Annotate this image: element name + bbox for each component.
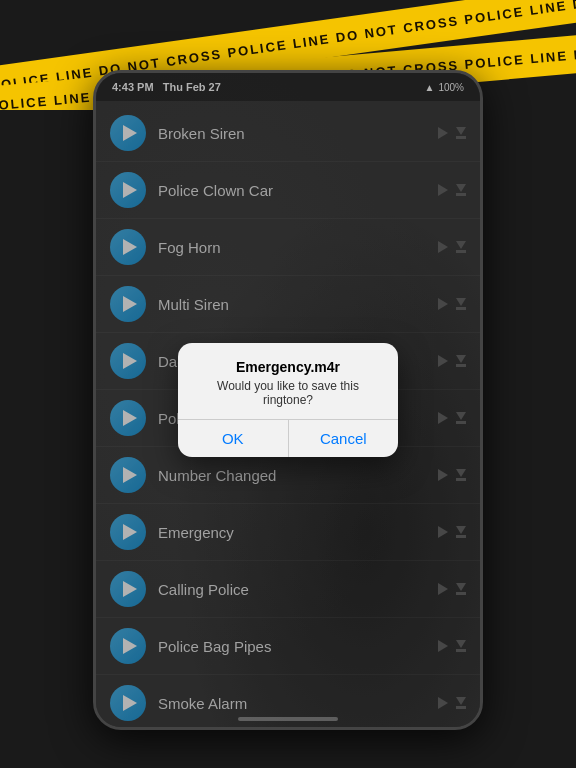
dialog-content: Emergency.m4r Would you like to save thi… [178,343,398,419]
dialog-title: Emergency.m4r [198,359,378,375]
screen: 4:43 PM Thu Feb 27 ▲ 100% Broken Siren [96,73,480,727]
dialog-message: Would you like to save this ringtone? [198,379,378,407]
dialog-overlay: Emergency.m4r Would you like to save thi… [96,73,480,727]
dialog-buttons: OK Cancel [178,419,398,457]
save-dialog: Emergency.m4r Would you like to save thi… [178,343,398,457]
dialog-ok-button[interactable]: OK [178,420,289,457]
dialog-cancel-button[interactable]: Cancel [289,420,399,457]
tablet-device: 4:43 PM Thu Feb 27 ▲ 100% Broken Siren [93,70,483,730]
